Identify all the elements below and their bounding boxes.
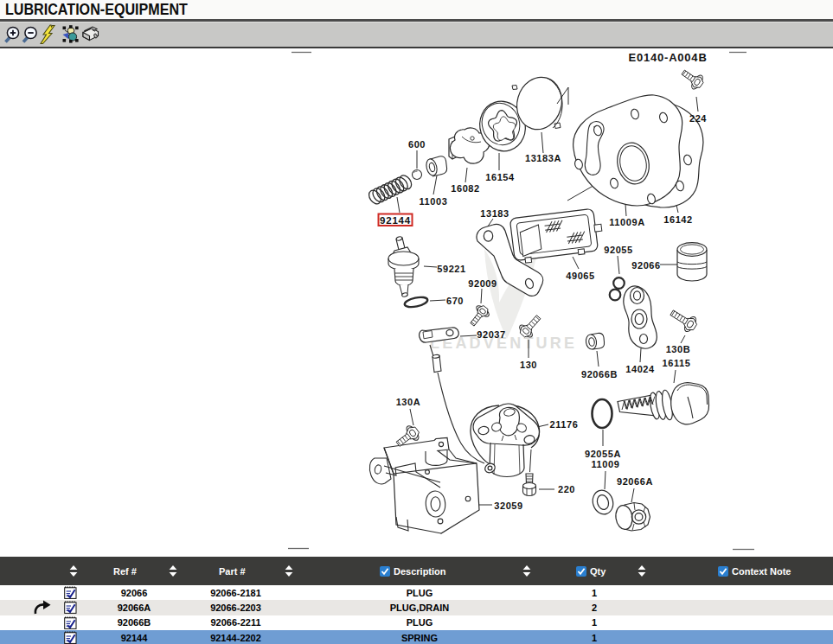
svg-text:220: 220 bbox=[558, 484, 575, 494]
svg-text:16115: 16115 bbox=[663, 358, 691, 368]
svg-text:11009A: 11009A bbox=[609, 217, 645, 227]
svg-text:92055: 92055 bbox=[604, 245, 633, 255]
svg-text:92055A: 92055A bbox=[585, 449, 621, 459]
svg-text:16154: 16154 bbox=[485, 172, 515, 182]
svg-text:600: 600 bbox=[408, 139, 426, 150]
svg-text:92066A: 92066A bbox=[617, 476, 653, 487]
svg-text:16142: 16142 bbox=[663, 214, 693, 225]
svg-text:92144: 92144 bbox=[380, 215, 411, 226]
svg-text:21176: 21176 bbox=[550, 419, 579, 430]
svg-text:11003: 11003 bbox=[420, 196, 448, 207]
svg-text:E0140-A004B: E0140-A004B bbox=[628, 51, 707, 64]
svg-text:670: 670 bbox=[446, 296, 464, 306]
svg-text:130B: 130B bbox=[666, 344, 691, 354]
svg-text:14024: 14024 bbox=[625, 364, 655, 374]
svg-text:92066B: 92066B bbox=[581, 369, 618, 379]
svg-text:130A: 130A bbox=[396, 397, 421, 407]
svg-text:13183A: 13183A bbox=[525, 153, 561, 163]
svg-text:130: 130 bbox=[520, 360, 537, 370]
svg-text:92066: 92066 bbox=[631, 260, 661, 271]
svg-text:92009: 92009 bbox=[468, 278, 497, 289]
svg-text:49065: 49065 bbox=[566, 271, 595, 281]
svg-text:11009: 11009 bbox=[592, 459, 620, 469]
svg-text:32059: 32059 bbox=[494, 501, 523, 511]
svg-text:16082: 16082 bbox=[451, 183, 480, 194]
svg-text:92037: 92037 bbox=[477, 329, 506, 340]
svg-text:224: 224 bbox=[689, 113, 707, 124]
svg-text:13183: 13183 bbox=[480, 208, 509, 219]
svg-text:59221: 59221 bbox=[437, 264, 466, 274]
